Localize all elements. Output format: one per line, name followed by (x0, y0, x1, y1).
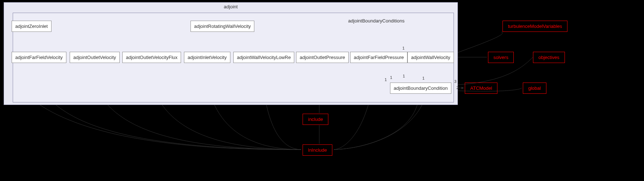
edge-label: 1 (385, 77, 387, 82)
edge-label: 2 (456, 85, 459, 90)
cluster-inner-title: adjointBoundaryConditions (348, 18, 405, 24)
edge-label: 1 (422, 76, 424, 80)
node-adjoint-inlet-velocity[interactable]: adjointInletVelocity (184, 52, 230, 63)
node-solvers[interactable]: solvers (488, 52, 514, 63)
node-adjoint-outlet-pressure[interactable]: adjointOutletPressure (296, 52, 349, 63)
edge-label: 1 (390, 75, 392, 80)
node-adjoint-wall-velocity-low-re[interactable]: adjointWallVelocityLowRe (233, 52, 294, 63)
node-global[interactable]: global (523, 83, 546, 94)
node-adjoint-wall-velocity[interactable]: adjointWallVelocity (407, 52, 454, 63)
node-objectives[interactable]: objectives (533, 52, 565, 63)
edge-label: 3 (454, 79, 456, 84)
node-adjoint-outlet-velocity[interactable]: adjointOutletVelocity (70, 52, 120, 63)
node-adjoint-far-field-velocity[interactable]: adjointFarFieldVelocity (12, 52, 66, 63)
node-include[interactable]: include (303, 114, 328, 125)
node-adjoint-outlet-velocity-flux[interactable]: adjointOutletVelocityFlux (122, 52, 181, 63)
edge-label: 1 (403, 74, 405, 78)
cluster-adjoint-title: adjoint (4, 4, 458, 9)
node-adjoint-zero-inlet[interactable]: adjointZeroInlet (12, 21, 52, 32)
node-atc-model[interactable]: ATCModel (465, 83, 497, 94)
node-ln-include[interactable]: lnInclude (303, 144, 332, 156)
node-adjoint-far-field-pressure[interactable]: adjointFarFieldPressure (350, 52, 407, 63)
edge-label: 1 (402, 46, 405, 50)
node-adjoint-boundary-condition[interactable]: adjointBoundaryCondition (390, 83, 451, 94)
node-turbulence-model-variables[interactable]: turbulenceModelVariables (503, 21, 567, 32)
node-adjoint-rotating-wall-velocity[interactable]: adjointRotatingWallVelocity (190, 21, 254, 32)
